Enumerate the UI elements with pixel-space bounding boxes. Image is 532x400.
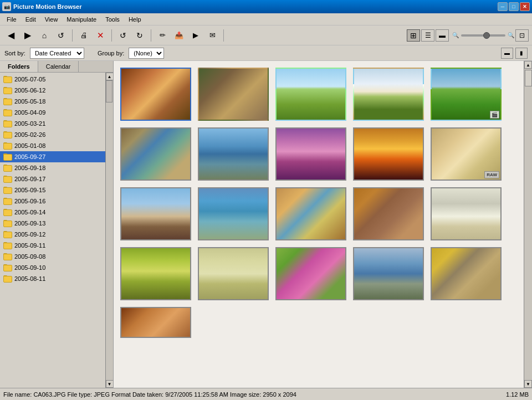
thumbnail-6[interactable]	[120, 127, 191, 181]
scrollbar-thumb-area[interactable]	[106, 80, 114, 380]
folder-item-2005-09-08[interactable]: 2005-09-08	[0, 251, 105, 262]
folder-item-2005-01-08[interactable]: 2005-01-08	[0, 140, 105, 151]
content-area[interactable]: 🎬 RAW	[114, 61, 524, 388]
menu-manipulate[interactable]: Manipulate	[62, 15, 101, 24]
thumbnail-8[interactable]	[275, 127, 346, 181]
thumbnail-7[interactable]	[198, 127, 269, 181]
folder-item-2005-09-14[interactable]: 2005-09-14	[0, 207, 105, 218]
thumbnail-12[interactable]	[198, 187, 269, 240]
list-view-button[interactable]: ☰	[421, 29, 434, 42]
close-button[interactable]: ✕	[520, 2, 530, 11]
zoom-thumb[interactable]	[483, 32, 490, 39]
folder-icon	[3, 253, 12, 260]
folder-item-2005-03-21[interactable]: 2005-03-21	[0, 118, 105, 129]
thumbnail-15[interactable]	[431, 187, 502, 240]
toolbar-sep-2	[111, 29, 112, 42]
thumbnail-4[interactable]	[353, 68, 424, 121]
folder-icon	[3, 231, 12, 238]
thumbnail-9[interactable]	[353, 127, 424, 181]
folder-item-2005-09-13[interactable]: 2005-09-13	[0, 218, 105, 229]
thumbnail-17[interactable]	[198, 247, 269, 300]
folder-item-2005-09-12[interactable]: 2005-09-12	[0, 229, 105, 240]
scroll-down-button[interactable]: ▼	[106, 380, 114, 388]
delete-button[interactable]: ✕	[93, 28, 108, 43]
menu-help[interactable]: Help	[124, 15, 146, 24]
sidebar-scroll[interactable]: 2005-07-05 2005-06-12 2005-05-18 2005-04…	[0, 73, 113, 388]
folder-item-2005-07-05[interactable]: 2005-07-05	[0, 74, 105, 85]
content-scroll-down[interactable]: ▼	[524, 380, 532, 388]
thumbnail-20[interactable]	[431, 247, 502, 300]
folder-item-2005-09-17[interactable]: 2005-09-17	[0, 173, 105, 184]
sidebar-scrollbar[interactable]: ▲ ▼	[105, 73, 113, 388]
thumbnail-21[interactable]	[120, 307, 191, 338]
crop-button[interactable]: ▶	[188, 28, 203, 43]
home-button[interactable]: ⌂	[37, 28, 52, 43]
content-scroll-up[interactable]: ▲	[524, 61, 532, 69]
file-size: 1.12 MB	[506, 391, 529, 398]
folder-label: 2005-02-26	[14, 131, 45, 138]
folder-item-2005-09-15[interactable]: 2005-09-15	[0, 184, 105, 196]
folder-icon	[3, 220, 12, 227]
folder-item-2005-04-09[interactable]: 2005-04-09	[0, 107, 105, 118]
content-scroll-track[interactable]	[524, 69, 533, 380]
menu-view[interactable]: View	[40, 15, 63, 24]
view-split-v[interactable]: ▮	[515, 48, 528, 59]
folder-icon	[3, 76, 12, 83]
thumbnail-14[interactable]	[353, 187, 424, 240]
folder-item-2005-09-18[interactable]: 2005-09-18	[0, 162, 105, 173]
thumbnail-11[interactable]	[120, 187, 191, 240]
zoom-min-icon: 🔍	[452, 32, 459, 38]
edit-button[interactable]: ✏	[155, 28, 170, 43]
grid-view-button[interactable]: ⊞	[407, 29, 420, 42]
back-button[interactable]: ◀	[3, 28, 19, 43]
tab-folders[interactable]: Folders	[0, 61, 38, 72]
thumbnail-19[interactable]	[353, 247, 424, 300]
menu-edit[interactable]: Edit	[21, 15, 40, 24]
thumbnail-10[interactable]: RAW	[431, 127, 502, 181]
maximize-button[interactable]: □	[509, 2, 519, 11]
thumbnail-5[interactable]: 🎬	[431, 68, 502, 121]
folder-item-2005-05-18[interactable]: 2005-05-18	[0, 96, 105, 107]
view-split-h[interactable]: ▬	[501, 48, 513, 59]
folder-item-2005-09-10[interactable]: 2005-09-10	[0, 262, 105, 273]
thumbnail-1[interactable]	[120, 68, 191, 121]
rotate-left-button[interactable]: ↺	[115, 28, 131, 43]
folder-label: 2005-07-05	[14, 76, 45, 83]
title-bar-controls[interactable]: ─ □ ✕	[498, 2, 530, 11]
menu-file[interactable]: File	[2, 15, 21, 24]
folder-item-2005-09-27[interactable]: 2005-09-27	[0, 151, 105, 162]
fit-view-button[interactable]: ⊡	[515, 29, 529, 42]
scrollbar-thumb[interactable]	[106, 80, 112, 102]
scroll-up-button[interactable]: ▲	[106, 73, 114, 80]
content-scrollbar[interactable]: ▲ ▼	[524, 61, 532, 388]
zoom-slider[interactable]: 🔍 🔍	[452, 29, 514, 42]
folder-item-2005-06-12[interactable]: 2005-06-12	[0, 85, 105, 96]
refresh-button[interactable]: ↺	[53, 28, 69, 43]
sort-select[interactable]: Date Created Date Modified File Name Fil…	[30, 48, 84, 59]
minimize-button[interactable]: ─	[498, 2, 508, 11]
thumbnail-13[interactable]	[275, 187, 346, 240]
group-select[interactable]: (None) Date Folder	[129, 48, 164, 59]
sort-bar-right-buttons: ▬ ▮	[501, 48, 528, 59]
folder-icon	[3, 165, 12, 172]
folder-item-2005-02-26[interactable]: 2005-02-26	[0, 129, 105, 140]
tab-calendar[interactable]: Calendar	[38, 61, 79, 72]
thumbnail-18[interactable]	[275, 247, 346, 300]
folder-item-2005-09-16[interactable]: 2005-09-16	[0, 196, 105, 207]
thumbnail-2[interactable]	[198, 68, 269, 121]
rotate-right-button[interactable]: ↻	[132, 28, 147, 43]
content-scroll-thumb[interactable]	[525, 70, 532, 86]
print-button[interactable]: 🖨	[76, 28, 91, 43]
split-h-button[interactable]: ▬	[436, 29, 449, 42]
email-button[interactable]: ✉	[204, 28, 220, 43]
status-bar: File name: CA063.JPG File type: JPEG For…	[0, 388, 532, 400]
menu-tools[interactable]: Tools	[101, 15, 124, 24]
export-button[interactable]: 📤	[171, 28, 187, 43]
folder-item-2005-09-11[interactable]: 2005-09-11	[0, 240, 105, 251]
thumbnail-3[interactable]	[275, 68, 346, 121]
folder-item-2005-08-11[interactable]: 2005-08-11	[0, 273, 105, 284]
thumbnail-16[interactable]	[120, 247, 191, 300]
main-layout: Folders Calendar 2005-07-05 2005-06-12 2…	[0, 61, 532, 388]
zoom-track[interactable]	[461, 34, 505, 37]
forward-button[interactable]: ▶	[20, 28, 35, 43]
